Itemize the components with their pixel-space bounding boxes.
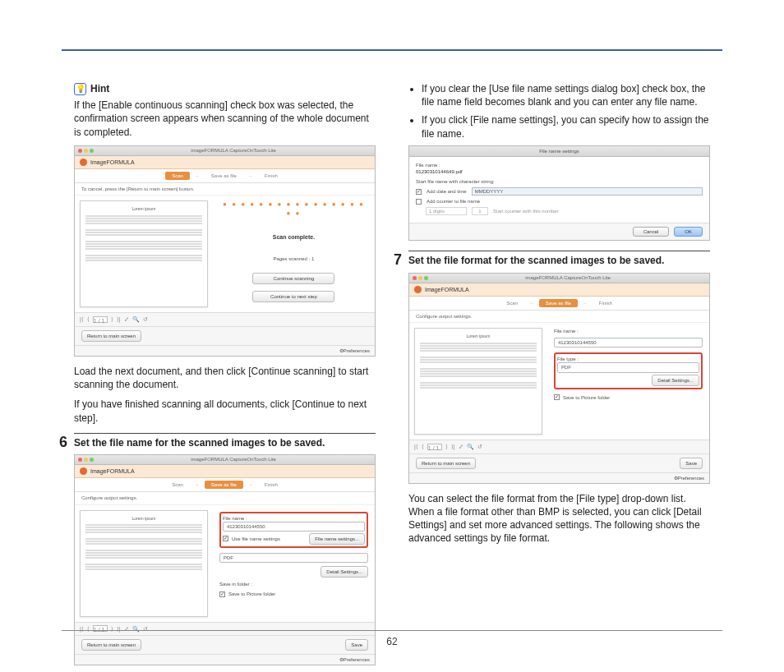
last-page-icon[interactable]: ⟩| [451,443,455,450]
next-page-icon[interactable]: ⟩ [445,443,448,450]
header-rule [62,49,722,51]
file-name-highlight: File name : 41230310144550 Use file name… [219,512,368,548]
next-page-icon[interactable]: ⟩ [111,315,113,323]
preferences-link[interactable]: Preferences [344,348,370,354]
output-settings-pane: File name : 41230310144550 Use file name… [213,505,375,622]
digits-select[interactable]: 1 digits [426,207,467,215]
file-name-label: File name : [223,515,365,522]
rotate-icon[interactable]: ↺ [143,625,148,633]
file-type-select[interactable]: PDF [219,553,368,563]
minimize-icon[interactable] [84,458,88,462]
file-name-label: File name : [416,162,703,168]
zoom-out-icon[interactable]: ⤢ [124,625,129,633]
first-page-icon[interactable]: |⟨ [80,315,84,323]
close-icon[interactable] [413,276,417,280]
pages-scanned-text: Pages scanned : 1 [219,255,368,262]
step-finish: Finish [593,299,619,307]
dialog-title: File name settings [409,146,709,157]
file-type-label: File type : [557,356,699,362]
brand-text: ImageFORMULA [90,467,135,475]
preferences-row: ⚙ Preferences [75,345,375,356]
minimize-icon[interactable] [418,276,422,280]
continue-scanning-button[interactable]: Continue scanning [252,273,334,284]
wizard-steps: Scan → Save as file → Finish [409,297,709,311]
list-item: If you clear the [Use file name settings… [422,82,710,108]
step-6-heading: 6 Set the file name for the scanned imag… [74,433,376,449]
last-page-icon[interactable]: ⟩| [117,625,121,633]
return-main-button[interactable]: Return to main screen [81,330,141,342]
close-icon[interactable] [78,149,82,153]
zoom-icon[interactable] [424,276,428,280]
zoom-icon[interactable] [90,458,94,462]
screenshot-file-type: imageFORMULA CaptureOnTouch Lite ImageFO… [408,273,710,484]
brand-bar: ImageFORMULA [75,156,375,169]
file-type-select[interactable]: PDF [557,362,699,372]
chevron-right-icon: → [195,481,200,488]
preview-title: Lorem ipsum [420,334,537,339]
add-date-checkbox[interactable] [416,189,422,195]
chevron-right-icon: → [195,173,200,179]
window-title: imageFORMULA CaptureOnTouch Lite [430,274,706,281]
progress-dots: ● ● ● ● ● ● ● ● ● ● ● ● ● ● ● ● ● ● [219,200,368,219]
close-icon[interactable] [78,458,82,462]
brand-text: ImageFORMULA [425,286,469,293]
save-picture-folder-checkbox[interactable] [219,591,225,597]
chevron-right-icon: → [248,173,253,179]
window-footer: Return to main screen Save [409,453,709,472]
para-file-type-desc: You can select the file format from the … [408,492,710,545]
file-name-field[interactable]: 41230310144550 [223,522,365,532]
detail-settings-button[interactable]: Detail Settings... [652,375,699,386]
zoom-out-icon[interactable]: ⤢ [124,315,129,323]
use-file-name-settings-checkbox[interactable] [223,536,228,541]
preferences-link[interactable]: Preferences [678,475,704,481]
add-counter-checkbox[interactable] [416,199,422,205]
zoom-in-icon[interactable]: 🔍 [132,625,140,633]
prev-page-icon[interactable]: ⟨ [422,443,424,450]
preferences-row: ⚙ Preferences [75,654,375,665]
counter-start-field[interactable]: 1 [472,207,488,215]
date-format-select[interactable]: MMDDYYYY [472,187,703,196]
ok-button[interactable]: OK [674,227,703,237]
page-number-field[interactable]: 1 / 1 [427,444,442,450]
dialog-footer: Cancel OK [409,223,709,240]
window-title: imageFORMULA CaptureOnTouch Lite [95,147,371,154]
scan-complete-text: Scan complete. [219,233,368,241]
detail-settings-button[interactable]: Detail Settings... [321,566,368,578]
page-number-field[interactable]: 1 / 1 [93,316,108,323]
last-page-icon[interactable]: ⟩| [117,315,121,323]
zoom-icon[interactable] [90,149,94,153]
next-page-icon[interactable]: ⟩ [111,625,113,633]
prev-page-icon[interactable]: ⟨ [87,625,90,633]
screenshot-scan-complete: imageFORMULA CaptureOnTouch Lite ImageFO… [74,145,376,357]
left-column: 💡 Hint If the [Enable continuous scannin… [74,82,376,623]
brand-icon [414,286,422,293]
rotate-icon[interactable]: ↺ [143,315,148,323]
save-picture-folder-label: Save to Picture folder [563,394,610,401]
wizard-steps: Scan → Save as file → Finish [75,478,375,492]
step-scan: Scan [165,481,190,489]
continue-next-step-button[interactable]: Continue to next step [252,291,334,302]
preferences-row: ⚙ Preferences [409,472,709,483]
window-titlebar: imageFORMULA CaptureOnTouch Lite [409,274,709,283]
chevron-right-icon: → [583,300,588,306]
preferences-link[interactable]: Preferences [344,656,370,663]
save-picture-folder-checkbox[interactable] [554,394,560,400]
preview-toolbar: |⟨ ⟨ 1 / 1 ⟩ ⟩| ⤢ 🔍 ↺ [75,312,375,325]
prev-page-icon[interactable]: ⟨ [87,315,90,323]
zoom-in-icon[interactable]: 🔍 [467,443,474,450]
minimize-icon[interactable] [84,149,88,153]
save-button[interactable]: Save [680,458,703,469]
return-main-button[interactable]: Return to main screen [416,458,476,469]
preview-page: Lorem ipsum [80,200,208,307]
step-save: Save as file [205,172,243,180]
rotate-icon[interactable]: ↺ [477,443,482,450]
first-page-icon[interactable]: |⟨ [414,443,418,450]
file-name-field[interactable]: 41230310144550 [554,338,703,348]
zoom-in-icon[interactable]: 🔍 [132,315,140,323]
file-name-settings-button[interactable]: File name settings... [309,533,365,545]
chevron-right-icon: → [529,300,534,306]
cancel-button[interactable]: Cancel [633,227,670,237]
first-page-icon[interactable]: |⟨ [80,625,84,633]
page-number-field[interactable]: 1 / 1 [93,625,108,632]
zoom-out-icon[interactable]: ⤢ [459,443,463,450]
